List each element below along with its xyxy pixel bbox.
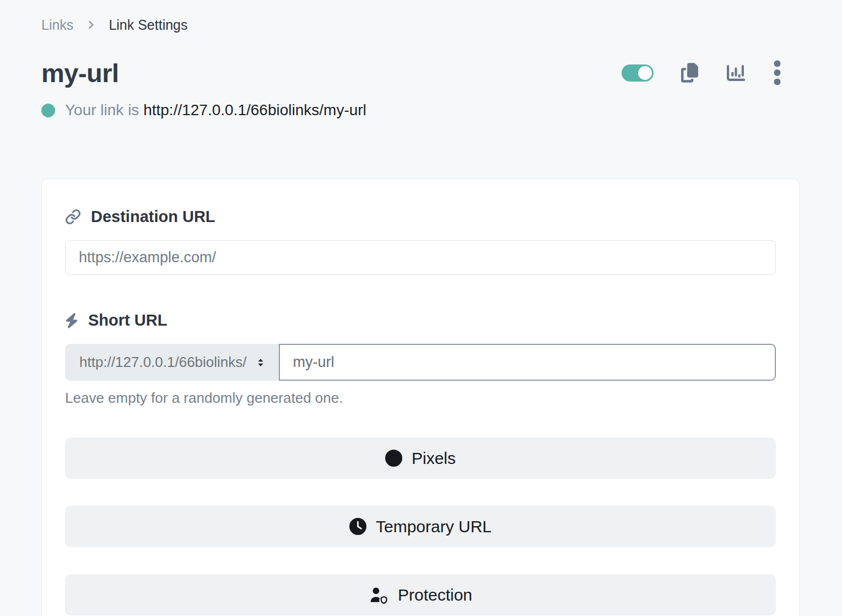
toggle-knob — [638, 66, 652, 80]
link-enabled-toggle[interactable] — [622, 64, 654, 82]
copy-link-button[interactable] — [681, 63, 698, 83]
destination-url-label-row: Destination URL — [65, 208, 776, 226]
statistics-icon — [726, 64, 746, 82]
breadcrumb-links[interactable]: Links — [41, 17, 73, 33]
link-status: Your link is http://127.0.0.1/66biolinks… — [41, 100, 800, 121]
page-title: my-url — [41, 58, 119, 88]
sort-caret-icon — [255, 355, 267, 370]
protection-button-label: Protection — [398, 586, 472, 604]
domain-prefix-value: http://127.0.0.1/66biolinks/ — [79, 354, 247, 371]
collapsed-sections: Pixels Temporary URL Protection — [65, 437, 776, 615]
user-shield-icon — [369, 586, 388, 604]
bolt-icon — [65, 313, 78, 328]
half-circle-icon — [385, 450, 402, 467]
clock-icon — [349, 518, 366, 535]
short-url-input-group: http://127.0.0.1/66biolinks/ — [65, 344, 776, 381]
temporary-url-button-label: Temporary URL — [376, 517, 492, 536]
header-actions — [622, 60, 781, 85]
pixels-button-label: Pixels — [412, 449, 456, 468]
more-options-button[interactable] — [774, 60, 781, 85]
destination-url-input[interactable] — [65, 240, 776, 275]
protection-section-button[interactable]: Protection — [65, 574, 776, 615]
breadcrumb: Links Link Settings — [41, 15, 800, 35]
short-url-section: Short URL http://127.0.0.1/66biolinks/ L… — [65, 311, 776, 407]
status-label: Your link is http://127.0.0.1/66biolinks… — [65, 101, 366, 119]
destination-url-label: Destination URL — [91, 208, 215, 226]
status-label-text: Your link is — [65, 101, 139, 118]
link-settings-page: Links Link Settings my-url — [0, 0, 842, 616]
short-url-label: Short URL — [88, 311, 167, 329]
more-options-icon — [774, 60, 781, 85]
chevron-right-icon — [85, 19, 96, 30]
pixels-section-button[interactable]: Pixels — [65, 437, 776, 479]
temporary-url-section-button[interactable]: Temporary URL — [65, 506, 776, 547]
copy-icon — [681, 63, 698, 83]
link-settings-card: Destination URL Short URL http://127.0.0… — [41, 179, 800, 616]
short-url-label-row: Short URL — [65, 311, 776, 329]
domain-prefix-select[interactable]: http://127.0.0.1/66biolinks/ — [65, 344, 279, 381]
destination-url-section: Destination URL — [65, 208, 776, 275]
page-header: my-url — [41, 55, 800, 91]
statistics-button[interactable] — [726, 64, 746, 82]
link-icon — [65, 209, 81, 225]
status-url: http://127.0.0.1/66biolinks/my-url — [143, 101, 366, 118]
short-url-help-text: Leave empty for a randomly generated one… — [65, 390, 776, 407]
short-url-slug-input[interactable] — [279, 344, 776, 381]
status-dot-icon — [41, 104, 55, 117]
breadcrumb-current: Link Settings — [109, 17, 187, 33]
